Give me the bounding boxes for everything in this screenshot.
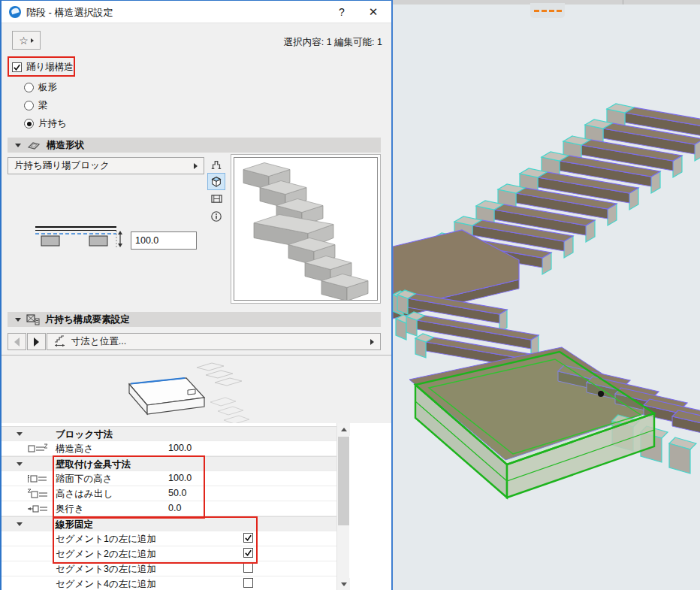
table-row-segment2-left: セグメント2の左に追加 [2,546,336,561]
arrow-right-icon [34,337,39,346]
stair-3d-scene[interactable] [393,0,700,590]
value-field[interactable]: 0.0 [168,503,181,513]
preview-film-icon[interactable] [207,190,225,207]
next-component-button[interactable] [27,333,46,350]
scroll-up-button[interactable] [337,423,350,436]
table-row-segment1-left: セグメント1の左に追加 [2,531,336,546]
radio-icon [24,83,34,92]
dialog-title: 階段 - 構造選択設定 [26,6,113,20]
radio-cantilever-label: 片持ち [38,117,67,130]
section-structure-shape[interactable]: 構造形状 [8,138,381,153]
previous-component-button[interactable] [8,333,26,350]
selection-status: 選択内容: 1 編集可能: 1 [284,36,382,49]
table-row-tread-under-height: 踏面下の高さ 100.0 [2,471,336,486]
value-field[interactable]: 100.0 [168,443,192,453]
symbol-view-icon[interactable] [207,156,225,173]
dialog-titlebar[interactable]: 階段 - 構造選択設定 ? ✕ [2,1,391,23]
triangle-up-icon [341,428,347,431]
collapse-triangle-icon [15,144,21,147]
collapse-triangle-icon [15,318,21,322]
close-button[interactable]: ✕ [364,5,382,20]
app-window: 階段 - 構造選択設定 ? ✕ ☆ 選択内容: 1 編集可能: 1 踊り場構造 … [0,0,700,590]
segment3-checkbox[interactable] [243,563,253,573]
component-page-label: 寸法と位置... [71,335,126,348]
table-row-depth: 奥行き 0.0 [2,501,336,516]
radio-icon [24,101,34,110]
segment4-checkbox[interactable] [243,578,253,588]
height-overhang-icon [27,489,48,499]
value-field[interactable]: 50.0 [168,488,186,498]
collapse-triangle-icon [17,522,23,526]
divider [2,355,393,356]
table-row-structure-height: 構造高さ 100.0 [2,441,336,456]
radio-beam[interactable]: 梁 [24,99,48,112]
dialog-icon [9,6,21,18]
parameter-table: ブロック寸法 構造高さ 100.0 壁取付け金具寸法 [2,423,393,590]
radio-beam-label: 梁 [38,99,48,112]
structure-preview-image [234,157,378,301]
slab-shape-icon [26,141,41,150]
chevron-right-icon [370,339,374,345]
dimensions-position-icon [53,335,67,348]
star-icon: ☆ [19,35,29,47]
landing-structure-checkbox[interactable]: 踊り場構造 [12,61,74,74]
3d-viewport[interactable] [391,0,700,590]
component-page-dropdown[interactable]: 寸法と位置... [47,333,381,350]
section-title: 構造形状 [47,139,84,152]
preview-mode-buttons [207,156,225,225]
collapse-triangle-icon [17,462,23,466]
arrow-left-icon [14,337,20,346]
structure-shape-dropdown[interactable]: 片持ち踊り場ブロック [8,157,204,174]
info-icon[interactable] [207,207,225,225]
segment1-checkbox[interactable] [243,533,253,543]
structure-preview [231,154,381,304]
stair-structure-dialog: 階段 - 構造選択設定 ? ✕ ☆ 選択内容: 1 編集可能: 1 踊り場構造 … [0,0,391,590]
radio-cantilever[interactable]: 片持ち [24,117,67,130]
table-group-wall-bracket[interactable]: 壁取付け金具寸法 [2,456,336,471]
section-cantilever-components[interactable]: 片持ち構成要素設定 [8,312,381,327]
landing-structure-label: 踊り場構造 [26,61,74,74]
collapse-triangle-icon [17,432,23,436]
favorites-button[interactable]: ☆ [12,31,41,50]
radio-slab[interactable]: 板形 [24,81,57,94]
chevron-right-icon [194,163,198,169]
structure-height-icon [27,443,48,454]
section-title: 片持ち構成要素設定 [45,313,130,326]
structure-shape-value: 片持ち踊り場ブロック [14,159,110,172]
checkbox-icon [12,62,22,72]
triangle-down-icon [341,582,347,586]
radio-slab-label: 板形 [38,81,57,94]
structure-height-input[interactable] [131,231,197,250]
chevron-right-icon [31,38,34,43]
help-button[interactable]: ? [333,5,351,20]
table-scrollbar[interactable] [336,423,349,590]
3d-view-icon[interactable] [207,173,225,190]
depth-icon [27,504,48,514]
table-row-segment3-left: セグメント3の左に追加 [2,561,336,576]
structure-height-pictogram [35,225,125,250]
radio-icon [24,119,34,129]
table-group-block-dimensions[interactable]: ブロック寸法 [2,426,336,441]
table-row-segment4-left: セグメント4の左に追加 [2,576,336,590]
value-field[interactable]: 100.0 [168,473,192,483]
segment2-checkbox[interactable] [243,548,253,558]
table-row-height-overhang: 高さはみ出し 50.0 [2,486,336,501]
scroll-down-button[interactable] [337,578,350,590]
scrollbar-thumb[interactable] [338,437,349,525]
landing-block-diagram [84,359,272,423]
tread-under-height-icon [27,474,48,484]
component-settings-icon [26,314,40,325]
table-group-linear-fixing[interactable]: 線形固定 [2,516,336,531]
